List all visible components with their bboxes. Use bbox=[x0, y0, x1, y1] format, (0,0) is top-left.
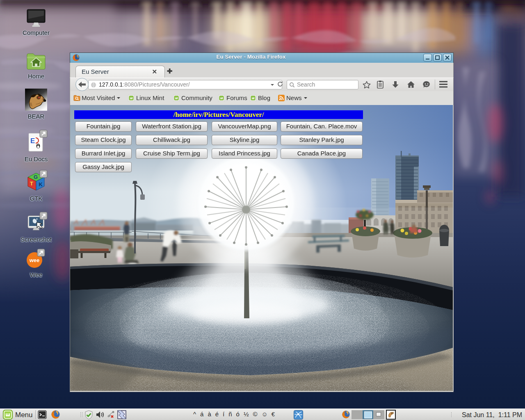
svg-text:E: E bbox=[30, 137, 35, 145]
svg-text:T: T bbox=[30, 180, 33, 187]
svg-text:wee: wee bbox=[29, 257, 40, 263]
svg-text:K: K bbox=[39, 181, 43, 187]
svg-text:G: G bbox=[34, 174, 38, 180]
